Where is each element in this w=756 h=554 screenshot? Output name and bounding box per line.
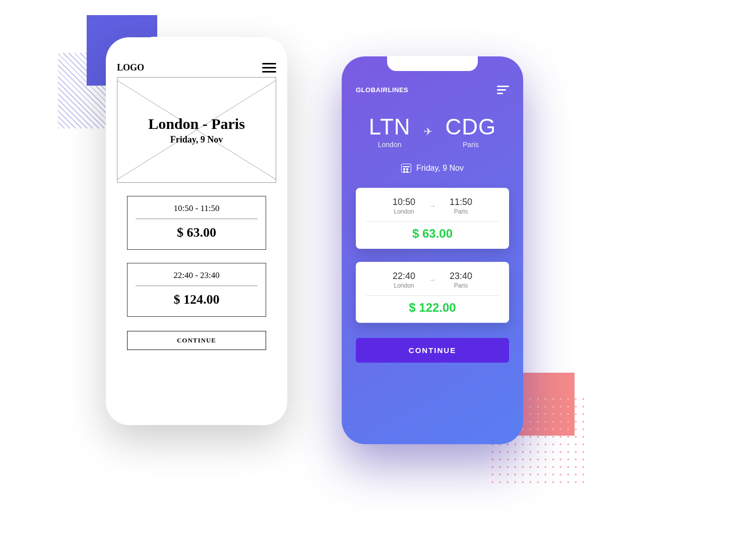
wire-flight-price: $ 63.00 xyxy=(133,225,261,240)
arr-time: 23:40 xyxy=(450,271,472,282)
dep-time: 10:50 xyxy=(393,197,415,207)
hamburger-menu-icon[interactable] xyxy=(497,86,509,94)
origin-code: LTN xyxy=(369,114,411,140)
continue-button[interactable]: CONTINUE xyxy=(356,338,509,363)
origin-city: London xyxy=(369,141,411,149)
plane-icon: ✈ xyxy=(424,125,432,137)
wireframe-phone: LOGO London - Paris Friday, 9 Nov 10:50 … xyxy=(106,37,287,425)
route-title: London - Paris xyxy=(148,115,245,132)
arr-time: 11:50 xyxy=(450,197,472,207)
date-row[interactable]: Friday, 9 Nov xyxy=(356,164,509,173)
wire-flight-card[interactable]: 22:40 - 23:40 $ 124.00 xyxy=(127,263,266,317)
travel-date: Friday, 9 Nov xyxy=(416,164,464,173)
route-block: LTN London ✈ CDG Paris xyxy=(356,114,509,149)
flight-card[interactable]: 10:50 London → 11:50 Paris $ 63.00 xyxy=(356,188,509,249)
wire-flight-card[interactable]: 10:50 - 11:50 $ 63.00 xyxy=(127,196,266,250)
hamburger-menu-icon[interactable] xyxy=(262,63,276,73)
divider xyxy=(136,286,258,286)
flight-price: $ 122.00 xyxy=(366,301,499,315)
wire-flight-price: $ 124.00 xyxy=(133,292,261,307)
dep-time: 22:40 xyxy=(393,271,415,282)
calendar-icon xyxy=(401,164,411,173)
divider xyxy=(136,219,258,219)
route-date: Friday, 9 Nov xyxy=(170,134,223,145)
arr-city: Paris xyxy=(450,208,472,215)
origin: LTN London xyxy=(369,114,411,149)
design-header: GLOBAIRLINES xyxy=(356,86,509,94)
flight-price: $ 63.00 xyxy=(366,227,499,241)
brand-logo: GLOBAIRLINES xyxy=(356,86,408,94)
dep-city: London xyxy=(393,208,415,215)
dest-code: CDG xyxy=(446,114,496,140)
wire-hero-placeholder: London - Paris Friday, 9 Nov xyxy=(117,77,276,183)
wire-logo: LOGO xyxy=(117,62,144,73)
continue-button[interactable]: CONTINUE xyxy=(127,331,266,350)
arrow-right-icon: → xyxy=(428,201,436,211)
wire-flight-times: 22:40 - 23:40 xyxy=(133,270,261,281)
dest-city: Paris xyxy=(446,141,496,149)
divider xyxy=(366,221,499,222)
divider xyxy=(366,295,499,296)
design-phone: GLOBAIRLINES LTN London ✈ CDG Paris Frid… xyxy=(342,56,523,444)
dep-city: London xyxy=(393,282,415,289)
flight-card[interactable]: 22:40 London → 23:40 Paris $ 122.00 xyxy=(356,262,509,323)
arrow-right-icon: → xyxy=(428,275,436,285)
wire-header: LOGO xyxy=(117,62,276,73)
wire-flight-times: 10:50 - 11:50 xyxy=(133,203,261,214)
destination: CDG Paris xyxy=(446,114,496,149)
arr-city: Paris xyxy=(450,282,472,289)
